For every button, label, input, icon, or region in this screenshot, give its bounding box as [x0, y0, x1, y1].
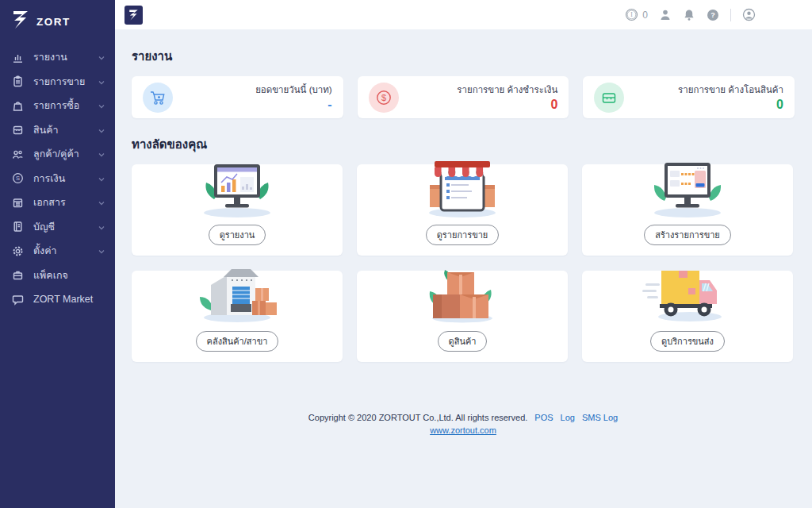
shortcut-card-view-sales[interactable]: ดูรายการขาย: [357, 164, 568, 256]
sidebar-item-accounting[interactable]: บัญชี: [0, 215, 115, 240]
monitor-chart-illustration: [187, 160, 287, 218]
sidebar-logo-text: ZORT: [36, 16, 71, 28]
svg-text:S: S: [16, 175, 20, 182]
sidebar-item-finance[interactable]: S การเงิน: [0, 167, 115, 191]
sidebar-item-label: ลูกค้า/คู่ค้า: [33, 146, 98, 162]
sms-log-link[interactable]: SMS Log: [582, 413, 618, 422]
sidebar-logo: ZORT: [0, 0, 115, 45]
box-icon: [12, 124, 24, 136]
warehouse-illustration: [187, 266, 287, 325]
stat-cards-row: ยอดขายวันนี้ (บาท) - $ รายการขาย ค้างชำร…: [132, 76, 795, 118]
profile-icon[interactable]: [742, 8, 756, 21]
sidebar-item-package[interactable]: แพ็คเกจ: [0, 264, 115, 288]
coin-count: 0: [642, 10, 648, 21]
coin-s-icon: S: [12, 172, 24, 184]
shortcut-card-create-sale[interactable]: สร้างรายการขาย: [582, 164, 793, 256]
chevron-down-icon: [98, 52, 105, 63]
chevron-down-icon: [98, 125, 105, 136]
sidebar-item-label: บัญชี: [33, 219, 98, 235]
sidebar-item-reports[interactable]: รายงาน: [0, 45, 115, 70]
document-icon: [12, 197, 24, 209]
cart-icon: [143, 83, 173, 113]
coin-icon: I: [625, 8, 638, 21]
sidebar-item-sales-orders[interactable]: รายการขาย: [0, 70, 115, 94]
stat-card-today-sales[interactable]: ยอดขายวันนี้ (บาท) -: [132, 76, 343, 118]
bag-icon: [12, 100, 24, 112]
bell-icon[interactable]: [683, 9, 695, 21]
sidebar-item-zort-market[interactable]: ZORT Market: [0, 287, 115, 312]
website-link[interactable]: www.zortout.com: [430, 425, 496, 435]
coin-balance[interactable]: I 0: [625, 8, 648, 21]
book-icon: [12, 221, 24, 233]
chevron-down-icon: [98, 148, 105, 160]
header-divider: [730, 9, 731, 21]
view-sales-button[interactable]: ดูรายการขาย: [426, 225, 500, 245]
footer: Copyright © 2020 ZORTOUT Co.,Ltd. All ri…: [132, 413, 795, 435]
chevron-down-icon: [98, 221, 105, 233]
chevron-down-icon: [98, 173, 105, 184]
gear-icon: [12, 245, 24, 257]
stat-value: -: [255, 98, 332, 112]
shortcut-card-view-products[interactable]: ดูสินค้า: [357, 271, 568, 362]
sidebar-item-documents[interactable]: เอกสาร: [0, 190, 115, 215]
svg-text:I: I: [631, 11, 634, 18]
sidebar-item-label: รายงาน: [33, 49, 98, 65]
shortcut-card-warehouse[interactable]: คลังสินค้า/สาขา: [132, 271, 343, 362]
svg-text:$: $: [381, 93, 386, 102]
stat-value: 0: [678, 98, 783, 112]
chevron-down-icon: [98, 100, 105, 111]
sidebar-item-products[interactable]: สินค้า: [0, 118, 115, 143]
sidebar-item-settings[interactable]: ตั้งค่า: [0, 239, 115, 264]
svg-text:?: ?: [710, 11, 715, 19]
chevron-down-icon: [98, 245, 105, 256]
package-icon: [594, 83, 624, 113]
stat-label: ยอดขายวันนี้ (บาท): [255, 83, 332, 97]
zort-mini-logo[interactable]: [124, 6, 143, 25]
stat-card-pending-payment[interactable]: $ รายการขาย ค้างชำระเงิน 0: [358, 76, 569, 118]
log-link[interactable]: Log: [561, 413, 575, 422]
shortcut-card-shipping[interactable]: ดูบริการขนส่ง: [582, 271, 793, 362]
monitor-form-illustration: [638, 160, 737, 218]
stat-label: รายการขาย ค้างโอนสินค้า: [678, 83, 783, 97]
stat-label: รายการขาย ค้างชำระเงิน: [457, 83, 557, 97]
delivery-truck-illustration: [638, 266, 737, 325]
sidebar-item-purchase-orders[interactable]: รายการซื้อ: [0, 94, 115, 118]
zort-logo-icon: [12, 10, 29, 33]
dollar-coin-icon: $: [369, 83, 399, 113]
stat-value: 0: [457, 98, 557, 112]
header: I 0 ?: [115, 0, 812, 29]
chat-icon: [12, 294, 24, 306]
sidebar-item-customers[interactable]: ลูกค้า/คู่ค้า: [0, 142, 115, 167]
shortcut-cards-grid: ดูรายงาน: [132, 164, 795, 362]
sidebar-item-label: ตั้งค่า: [33, 243, 98, 259]
shipping-button[interactable]: ดูบริการขนส่ง: [650, 331, 725, 352]
shortcut-card-view-reports[interactable]: ดูรายงาน: [132, 164, 343, 256]
main-content: รายงาน ยอดขายวันนี้ (บาท) - $ รายการขาย …: [115, 29, 812, 508]
reports-heading: รายงาน: [132, 47, 795, 66]
sidebar-item-label: รายการซื้อ: [33, 98, 98, 114]
create-sale-button[interactable]: สร้างรายการขาย: [644, 225, 731, 245]
help-icon[interactable]: ?: [707, 9, 719, 21]
warehouse-button[interactable]: คลังสินค้า/สาขา: [196, 331, 279, 352]
chevron-down-icon: [98, 197, 105, 208]
clipboard-icon: [12, 75, 24, 87]
people-icon: [12, 148, 24, 160]
sidebar-item-label: การเงิน: [33, 171, 98, 187]
view-reports-button[interactable]: ดูรายงาน: [209, 225, 266, 245]
chart-icon: [12, 52, 24, 64]
sidebar-item-label: เอกสาร: [33, 194, 98, 210]
briefcase-icon: [12, 269, 24, 281]
stat-card-pending-transfer[interactable]: รายการขาย ค้างโอนสินค้า 0: [583, 76, 795, 118]
shortcuts-heading: ทางลัดของคุณ: [132, 135, 795, 154]
view-products-button[interactable]: ดูสินค้า: [438, 331, 488, 352]
copyright-text: Copyright © 2020 ZORTOUT Co.,Ltd. All ri…: [308, 413, 528, 422]
chevron-down-icon: [98, 76, 105, 87]
boxes-illustration: [412, 266, 512, 325]
storefront-tablet-illustration: [412, 160, 512, 218]
sidebar-item-label: แพ็คเกจ: [33, 267, 105, 283]
person-icon[interactable]: [659, 9, 672, 21]
pos-link[interactable]: POS: [534, 413, 553, 422]
sidebar: ZORT รายงาน รายการขาย รายการซื้อ สินค้า …: [0, 0, 115, 508]
sidebar-item-label: รายการขาย: [33, 74, 98, 90]
sidebar-item-label: ZORT Market: [33, 294, 105, 305]
